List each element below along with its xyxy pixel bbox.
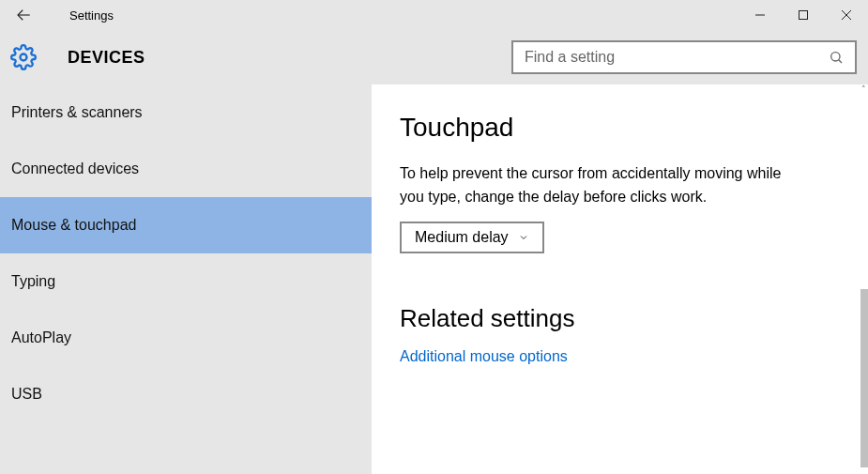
svg-point-5 — [21, 54, 27, 61]
header: DEVICES — [0, 30, 868, 84]
sidebar-item-label: Mouse & touchpad — [11, 217, 136, 234]
sidebar-item-label: Typing — [11, 273, 55, 290]
search-icon — [829, 50, 844, 65]
arrow-left-icon — [15, 7, 32, 23]
sidebar-item-typing[interactable]: Typing — [0, 253, 372, 310]
sidebar-item-label: Connected devices — [11, 161, 139, 177]
scroll-up-icon: ˄ — [859, 84, 868, 94]
gear-icon — [10, 44, 37, 70]
search-input[interactable] — [525, 49, 829, 66]
sidebar-item-connected-devices[interactable]: Connected devices — [0, 141, 372, 197]
chevron-down-icon — [518, 232, 529, 243]
section-title-related: Related settings — [400, 304, 834, 333]
sidebar-item-mouse-touchpad[interactable]: Mouse & touchpad — [0, 197, 372, 253]
maximize-button[interactable] — [782, 0, 825, 30]
svg-rect-2 — [799, 11, 808, 20]
link-additional-mouse-options[interactable]: Additional mouse options — [400, 348, 834, 365]
back-button[interactable] — [0, 0, 47, 30]
sidebar-item-autoplay[interactable]: AutoPlay — [0, 310, 372, 366]
sidebar-item-label: Printers & scanners — [11, 104, 143, 121]
section-title-touchpad: Touchpad — [400, 113, 834, 143]
touchpad-delay-description: To help prevent the cursor from accident… — [400, 161, 803, 208]
close-icon — [841, 9, 852, 21]
category-title: DEVICES — [47, 48, 145, 68]
window-title: Settings — [47, 8, 114, 23]
svg-point-6 — [831, 53, 840, 61]
sidebar-item-label: USB — [11, 386, 42, 403]
minimize-icon — [754, 9, 766, 21]
minimize-button[interactable] — [739, 0, 782, 30]
scrollbar-thumb[interactable] — [860, 289, 868, 467]
touchpad-delay-dropdown[interactable]: Medium delay — [400, 222, 544, 253]
scrollbar[interactable]: ˄ — [859, 84, 868, 474]
search-box[interactable] — [511, 40, 857, 74]
sidebar-item-usb[interactable]: USB — [0, 366, 372, 422]
maximize-icon — [798, 9, 809, 21]
sidebar-item-printers-scanners[interactable]: Printers & scanners — [0, 84, 372, 141]
svg-line-7 — [839, 60, 842, 63]
main-content: Touchpad To help prevent the cursor from… — [372, 84, 868, 474]
sidebar: Printers & scanners Connected devices Mo… — [0, 84, 372, 474]
close-button[interactable] — [825, 0, 868, 30]
titlebar: Settings — [0, 0, 868, 30]
sidebar-item-label: AutoPlay — [11, 329, 71, 346]
dropdown-value: Medium delay — [415, 229, 509, 246]
